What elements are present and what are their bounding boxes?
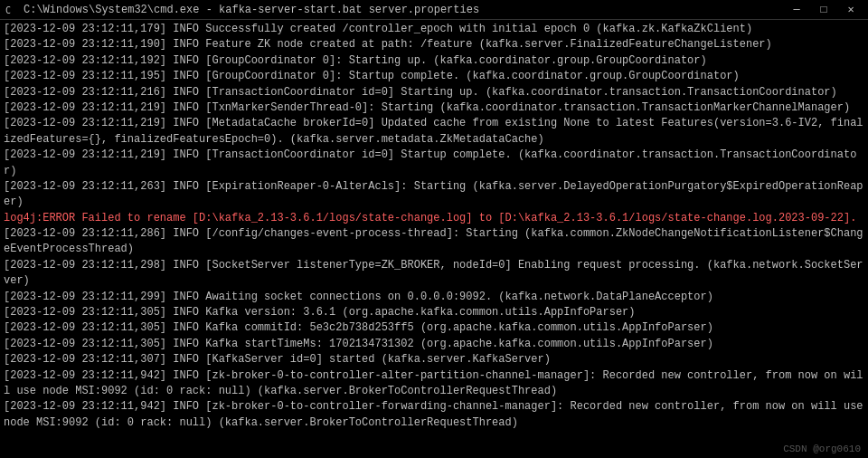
console-line: [2023-12-09 23:12:11,179] INFO Successfu…	[4, 22, 864, 37]
console-line: [2023-12-09 23:12:11,216] INFO [Transact…	[4, 85, 864, 100]
console-line: [2023-12-09 23:12:11,307] INFO [KafkaSer…	[4, 352, 864, 367]
minimize-button[interactable]: —	[783, 0, 810, 20]
console-line: [2023-12-09 23:12:11,299] INFO Awaiting …	[4, 290, 864, 305]
console-line: [2023-12-09 23:12:11,219] INFO [Transact…	[4, 148, 864, 179]
window-controls: — □ ✕	[783, 0, 864, 20]
watermark-label: CSDN @org0610	[783, 444, 861, 454]
title-bar-left: C C:\Windows\System32\cmd.exe - kafka-se…	[4, 3, 479, 17]
svg-text:C: C	[5, 5, 11, 15]
console-line: [2023-12-09 23:12:11,286] INFO [/config/…	[4, 226, 864, 258]
console-line: [2023-12-09 23:12:11,190] INFO Feature Z…	[4, 37, 864, 52]
console-line: [2023-12-09 23:12:11,192] INFO [GroupCoo…	[4, 53, 864, 69]
console-line: [2023-12-09 23:12:11,942] INFO [zk-broke…	[4, 399, 864, 431]
console-line: [2023-12-09 23:12:11,305] INFO Kafka sta…	[4, 337, 864, 352]
cmd-icon: C	[4, 3, 18, 17]
console-line: [2023-12-09 23:12:11,219] INFO [TxnMarke…	[4, 100, 864, 116]
console-output: [2023-12-09 23:12:11,179] INFO Successfu…	[0, 20, 868, 458]
console-line: log4j:ERROR Failed to rename [D:\kafka_2…	[4, 211, 864, 226]
maximize-button[interactable]: □	[810, 0, 837, 20]
console-line: [2023-12-09 23:12:11,263] INFO [Expirati…	[4, 179, 864, 211]
console-line: [2023-12-09 23:12:11,195] INFO [GroupCoo…	[4, 69, 864, 84]
window: C C:\Windows\System32\cmd.exe - kafka-se…	[0, 0, 868, 458]
console-line: [2023-12-09 23:12:11,942] INFO [zk-broke…	[4, 368, 864, 400]
console-line: [2023-12-09 23:12:11,305] INFO Kafka com…	[4, 320, 864, 336]
close-button[interactable]: ✕	[837, 0, 864, 20]
console-line: [2023-12-09 23:12:11,305] INFO Kafka ver…	[4, 305, 864, 320]
console-line: [2023-12-09 23:12:11,298] INFO [SocketSe…	[4, 258, 864, 290]
window-title: C:\Windows\System32\cmd.exe - kafka-serv…	[24, 4, 479, 16]
console-line: [2023-12-09 23:12:11,219] INFO [Metadata…	[4, 116, 864, 148]
title-bar: C C:\Windows\System32\cmd.exe - kafka-se…	[0, 0, 868, 20]
